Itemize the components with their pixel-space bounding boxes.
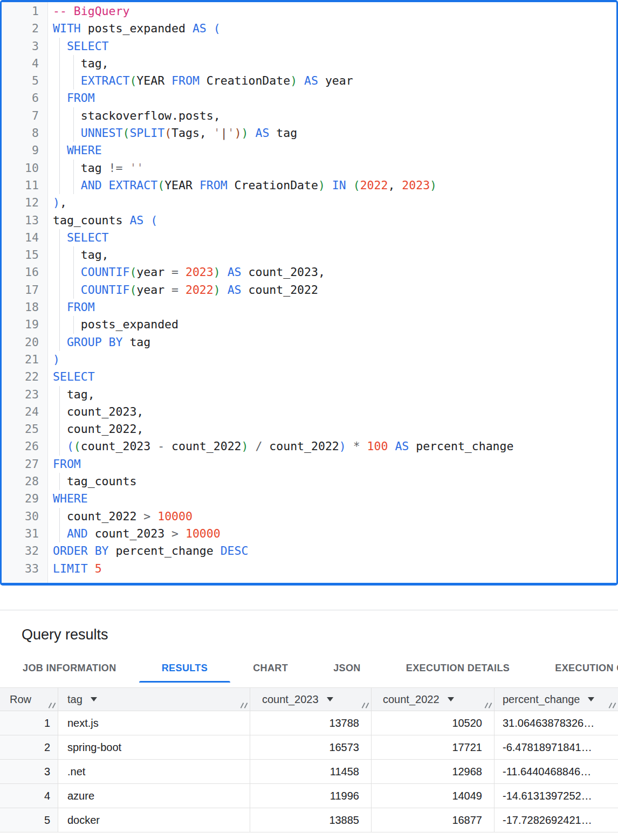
code-text: AND EXTRACT(YEAR FROM CreationDate) IN (… (53, 178, 437, 192)
cell-count_2022: 16877 (372, 808, 495, 832)
cell-percent_change: -17.7282692421… (495, 808, 618, 832)
cell-row: 1 (0, 711, 58, 735)
code-line[interactable]: 22SELECT (2, 368, 616, 385)
code-line[interactable]: 26 ((count_2023 - count_2022) / count_20… (2, 438, 616, 455)
code-line[interactable]: 13tag_counts AS ( (2, 212, 616, 229)
code-line[interactable]: 27FROM (2, 456, 616, 473)
results-table: Rowtagcount_2023count_2022percent_change… (0, 687, 618, 832)
column-header-tag[interactable]: tag (58, 688, 250, 711)
code-text: ) (53, 353, 60, 366)
code-line[interactable]: 8 UNNEST(SPLIT(Tags, '|')) AS tag (2, 125, 616, 142)
tab-job-information[interactable]: JOB INFORMATION (0, 654, 139, 683)
indent-guide-line (59, 125, 60, 142)
code-line[interactable]: 5 EXTRACT(YEAR FROM CreationDate) AS yea… (2, 72, 616, 89)
results-title: Query results (22, 624, 618, 645)
indent-guide-line (73, 316, 74, 333)
line-number: 18 (2, 299, 39, 316)
code-line[interactable]: 6 FROM (2, 89, 616, 107)
line-number: 2 (2, 20, 39, 37)
line-number: 22 (2, 368, 39, 385)
tab-execution-graph[interactable]: EXECUTION GRAPH (532, 654, 618, 683)
column-label: Row (10, 693, 31, 706)
code-line[interactable]: 24 count_2023, (2, 403, 616, 421)
column-resize-grip-icon[interactable] (240, 703, 247, 709)
tab-results[interactable]: RESULTS (139, 654, 230, 683)
code-area[interactable]: 1-- BigQuery2WITH posts_expanded AS (3 S… (2, 2, 616, 577)
column-dropdown-icon[interactable] (588, 697, 594, 701)
code-text: stackoverflow.posts, (53, 109, 221, 122)
code-line[interactable]: 16 COUNTIF(year = 2023) AS count_2023, (2, 264, 616, 281)
line-number: 25 (2, 421, 39, 438)
code-line[interactable]: 3 SELECT (2, 38, 616, 55)
code-line[interactable]: 17 COUNTIF(year = 2022) AS count_2022 (2, 281, 616, 299)
code-line[interactable]: 1-- BigQuery (2, 3, 616, 20)
code-line[interactable]: 31 AND count_2023 > 10000 (2, 525, 616, 542)
code-line[interactable]: 14 SELECT (2, 229, 616, 246)
code-line[interactable]: 23 tag, (2, 386, 616, 403)
column-header-row[interactable]: Row (0, 688, 58, 711)
code-line[interactable]: 30 count_2022 > 10000 (2, 508, 616, 525)
column-resize-grip-icon[interactable] (608, 703, 615, 709)
cell-count_2022: 17721 (372, 735, 495, 759)
indent-guide-line (73, 55, 74, 72)
column-header-count_2023[interactable]: count_2023 (250, 688, 372, 711)
code-text: WHERE (53, 143, 102, 157)
code-line[interactable]: 4 tag, (2, 55, 616, 72)
line-number: 31 (2, 525, 39, 542)
code-line[interactable]: 18 FROM (2, 299, 616, 316)
sql-editor[interactable]: 1-- BigQuery2WITH posts_expanded AS (3 S… (0, 0, 618, 586)
code-line[interactable]: 28 tag_counts (2, 473, 616, 490)
code-line[interactable]: 20 GROUP BY tag (2, 334, 616, 351)
cell-count_2022: 12968 (372, 760, 495, 783)
indent-guide-line (59, 89, 60, 107)
indent-guide-line (59, 316, 60, 333)
code-line[interactable]: 15 tag, (2, 246, 616, 264)
line-number: 26 (2, 438, 39, 455)
code-line[interactable]: 32ORDER BY percent_change DESC (2, 542, 616, 560)
cell-row: 2 (0, 735, 58, 759)
column-dropdown-icon[interactable] (448, 697, 454, 701)
column-dropdown-icon[interactable] (327, 697, 333, 701)
cell-tag: spring-boot (58, 735, 250, 759)
code-line[interactable]: 29WHERE (2, 490, 616, 507)
column-header-count_2022[interactable]: count_2022 (372, 688, 495, 711)
tab-execution-details[interactable]: EXECUTION DETAILS (383, 654, 532, 683)
cell-count_2023: 11996 (250, 784, 372, 808)
code-text: UNNEST(SPLIT(Tags, '|')) AS tag (53, 126, 297, 140)
code-line[interactable]: 2WITH posts_expanded AS ( (2, 20, 616, 37)
column-resize-grip-icon[interactable] (361, 703, 368, 709)
code-line[interactable]: 10 tag != '' (2, 160, 616, 177)
indent-guide-line (59, 508, 60, 525)
column-dropdown-icon[interactable] (91, 697, 97, 701)
line-number: 32 (2, 542, 39, 560)
line-number: 3 (2, 38, 39, 55)
line-number: 28 (2, 473, 39, 490)
cell-count_2022: 14049 (372, 784, 495, 808)
cell-tag: .net (58, 760, 250, 783)
code-line[interactable]: 25 count_2022, (2, 421, 616, 438)
column-resize-grip-icon[interactable] (48, 703, 55, 709)
code-text: ((count_2023 - count_2022) / count_2022)… (53, 439, 513, 453)
table-row: 2spring-boot1657317721-6.47818971841… (0, 735, 618, 760)
code-line[interactable]: 7 stackoverflow.posts, (2, 107, 616, 125)
cell-row: 3 (0, 760, 58, 783)
code-line[interactable]: 33LIMIT 5 (2, 560, 616, 577)
line-number: 29 (2, 490, 39, 507)
indent-guide-line (59, 473, 60, 490)
line-number: 8 (2, 125, 39, 142)
column-resize-grip-icon[interactable] (484, 703, 491, 709)
indent-guide-line (73, 281, 74, 299)
code-line[interactable]: 9 WHERE (2, 142, 616, 159)
code-line[interactable]: 21) (2, 351, 616, 368)
cell-count_2023: 13885 (250, 808, 372, 832)
indent-guide-line (59, 438, 60, 455)
tab-chart[interactable]: CHART (230, 654, 311, 683)
tab-json[interactable]: JSON (311, 654, 383, 683)
indent-guide-line (59, 264, 60, 281)
code-line[interactable]: 19 posts_expanded (2, 316, 616, 333)
column-header-percent_change[interactable]: percent_change (495, 688, 618, 711)
code-line[interactable]: 12), (2, 194, 616, 211)
code-line[interactable]: 11 AND EXTRACT(YEAR FROM CreationDate) I… (2, 177, 616, 194)
code-text: count_2022 > 10000 (53, 509, 193, 523)
indent-guide-line (59, 55, 60, 72)
